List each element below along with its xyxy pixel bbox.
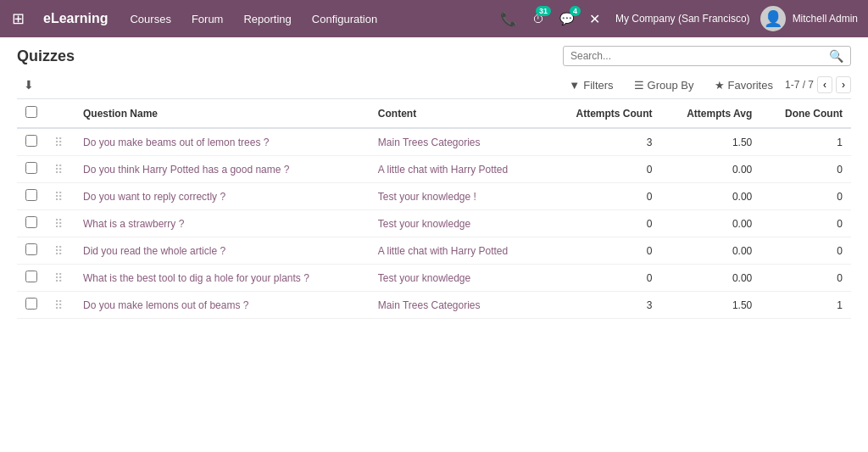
filters-button[interactable]: ▼ Filters [560,75,621,95]
select-all-checkbox[interactable] [25,106,37,118]
row-question-name: Do you make beams out of lemon trees ? [75,128,370,156]
question-link[interactable]: Do you make beams out of lemon trees ? [83,137,269,148]
row-checkbox-cell [17,210,46,237]
question-link[interactable]: Do you make lemons out of beams ? [83,299,248,311]
row-attempts-count: 0 [548,237,660,265]
favorites-label: Favorites [728,79,773,92]
nav-icons: 📞 ⏱ 31 💬 4 ✕ [495,8,605,31]
quizzes-table: Question Name Content Attempts Count Att… [17,98,851,319]
content-link[interactable]: A little chat with Harry Potted [378,164,508,176]
groupby-label: Group By [648,79,694,92]
row-attempts-avg: 0.00 [660,237,760,265]
table-row: ⠿ Do you want to reply correctly ? Test … [17,183,851,210]
question-link[interactable]: What is a strawberry ? [83,218,184,230]
nav-forum[interactable]: Forum [183,8,232,31]
drag-handle-icon[interactable]: ⠿ [54,190,63,204]
drag-handle-icon[interactable]: ⠿ [54,217,63,231]
content-link[interactable]: Main Trees Categories [378,299,481,311]
content-link[interactable]: Test your knowledge [378,272,470,284]
drag-handle-icon[interactable]: ⠿ [54,299,63,312]
search-icon[interactable]: 🔍 [829,49,843,63]
activity-badge: 31 [536,6,551,16]
drag-handle-icon[interactable]: ⠿ [54,244,63,258]
row-handle-cell: ⠿ [46,292,75,319]
prev-page-button[interactable]: ‹ [817,76,832,93]
row-content: Main Trees Categories [370,128,548,156]
question-link[interactable]: Do you think Harry Potted has a good nam… [83,164,289,176]
pagination-info: 1-7 / 7 [785,79,814,91]
table-row: ⠿ What is a strawberry ? Test your knowl… [17,210,851,237]
row-content: A little chat with Harry Potted [370,156,548,183]
drag-handle-icon[interactable]: ⠿ [54,271,63,285]
row-done-count: 0 [760,156,851,183]
table-row: ⠿ Did you read the whole article ? A lit… [17,237,851,265]
next-page-button[interactable]: › [836,76,851,93]
row-checkbox[interactable] [25,135,37,147]
nav-courses[interactable]: Courses [121,8,179,31]
row-checkbox[interactable] [25,162,37,174]
row-question-name: Do you want to reply correctly ? [75,183,370,210]
question-link[interactable]: Do you want to reply correctly ? [83,191,225,203]
close-icon[interactable]: ✕ [584,8,605,31]
row-question-name: What is the best tool to dig a hole for … [75,265,370,292]
content-link[interactable]: Test your knowledge ! [378,191,476,203]
row-attempts-avg: 0.00 [660,210,760,237]
row-checkbox[interactable] [25,271,37,282]
row-done-count: 0 [760,265,851,292]
table-row: ⠿ Do you think Harry Potted has a good n… [17,156,851,183]
nav-reporting[interactable]: Reporting [235,8,299,31]
row-checkbox[interactable] [25,189,37,201]
drag-handle-icon[interactable]: ⠿ [54,163,63,176]
row-question-name: What is a strawberry ? [75,210,370,237]
header-done-count: Done Count [760,99,851,129]
row-attempts-avg: 1.50 [660,128,760,156]
row-attempts-avg: 0.00 [660,265,760,292]
content-link[interactable]: Test your knowledge [378,218,470,230]
drag-handle-icon[interactable]: ⠿ [54,136,63,149]
row-content: Test your knowledge [370,210,548,237]
table-body: ⠿ Do you make beams out of lemon trees ?… [17,128,851,319]
row-handle-cell: ⠿ [46,210,75,237]
row-content: A little chat with Harry Potted [370,237,548,265]
row-attempts-count: 0 [548,156,660,183]
table-container: Question Name Content Attempts Count Att… [0,98,868,319]
nav-configuration[interactable]: Configuration [303,8,386,31]
avatar[interactable]: 👤 [760,6,786,31]
groupby-button[interactable]: ☰ Group By [626,75,703,95]
header-attempts-count: Attempts Count [548,99,660,129]
header-attempts-avg: Attempts Avg [660,99,760,129]
favorites-button[interactable]: ★ Favorites [706,75,782,95]
row-attempts-count: 0 [548,183,660,210]
activity-icon[interactable]: ⏱ 31 [527,8,549,30]
content-link[interactable]: A little chat with Harry Potted [378,245,508,257]
table-header: Question Name Content Attempts Count Att… [17,99,851,129]
question-link[interactable]: What is the best tool to dig a hole for … [83,272,309,284]
content-link[interactable]: Main Trees Categories [378,137,481,148]
grid-menu-icon[interactable]: ⊞ [7,4,30,33]
row-checkbox-cell [17,237,46,265]
row-question-name: Do you make lemons out of beams ? [75,292,370,319]
row-question-name: Did you read the whole article ? [75,237,370,265]
phone-icon[interactable]: 📞 [495,8,522,31]
filter-icon: ▼ [569,79,580,92]
row-attempts-avg: 0.00 [660,183,760,210]
row-checkbox-cell [17,183,46,210]
navbar: ⊞ eLearning Courses Forum Reporting Conf… [0,0,868,37]
row-handle-cell: ⠿ [46,156,75,183]
message-icon[interactable]: 💬 4 [554,8,579,30]
search-input[interactable] [570,50,829,62]
table-row: ⠿ Do you make beams out of lemon trees ?… [17,128,851,156]
row-checkbox[interactable] [25,298,37,310]
brand-logo: eLearning [33,11,118,26]
toolbar-right: ▼ Filters ☰ Group By ★ Favorites 1-7 / 7… [560,75,851,95]
row-checkbox[interactable] [25,243,37,255]
row-attempts-count: 3 [548,292,660,319]
row-checkbox[interactable] [25,216,37,228]
search-bar: 🔍 [563,46,851,66]
download-button[interactable]: ⬇ [17,75,41,95]
row-attempts-avg: 1.50 [660,292,760,319]
question-link[interactable]: Did you read the whole article ? [83,245,225,257]
list-icon: ☰ [634,79,644,92]
row-handle-cell: ⠿ [46,265,75,292]
row-done-count: 0 [760,210,851,237]
